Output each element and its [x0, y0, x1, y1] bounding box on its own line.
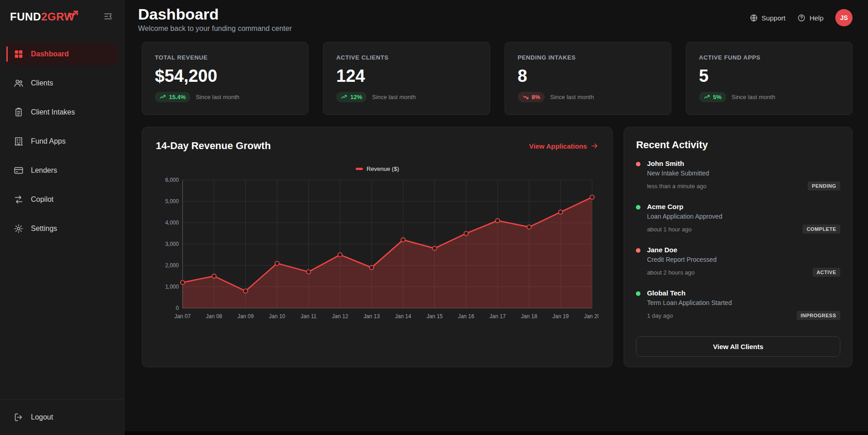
stat-label: TOTAL REVENUE — [155, 54, 295, 61]
activity-description: Credit Report Processed — [647, 256, 840, 263]
sidebar-item-label: Dashboard — [31, 50, 69, 58]
help-button[interactable]: Help — [797, 14, 823, 22]
stat-value: 5 — [699, 66, 839, 86]
stat-meta: 12% Since last month — [336, 92, 476, 102]
arrow-right-icon — [590, 142, 599, 150]
activity-name: Global Tech — [647, 289, 840, 297]
activity-name: John Smith — [647, 160, 840, 167]
y-tick-label: 4,000 — [165, 220, 179, 226]
page-heading-block: Dashboard Welcome back to your funding c… — [138, 5, 292, 33]
brand-name-primary: FUND — [10, 10, 41, 23]
stat-caption: Since last month — [732, 94, 775, 100]
x-tick-label: Jan 18 — [521, 313, 537, 320]
activity-time: 1 day ago — [647, 312, 673, 319]
activity-list: John Smith New Intake Submitted less tha… — [636, 153, 840, 332]
sidebar-item-settings[interactable]: Settings — [6, 217, 118, 240]
activity-item-acme-corp: Acme Corp Loan Application Approved abou… — [636, 196, 840, 239]
legend-swatch — [356, 168, 363, 170]
x-tick-label: Jan 14 — [395, 313, 412, 320]
data-point — [243, 289, 248, 293]
sidebar-item-label: Clients — [31, 79, 53, 87]
logout-icon — [14, 412, 24, 422]
activity-description: Loan Application Approved — [647, 213, 840, 220]
activity-status-dot — [636, 248, 640, 253]
sidebar-item-label: Fund Apps — [31, 137, 66, 145]
activity-description: Term Loan Application Started — [647, 299, 840, 306]
sidebar: FUND2GRW Dashboard Clients — [0, 0, 124, 435]
stat-label: ACTIVE CLIENTS — [336, 54, 476, 61]
sidebar-nav: Dashboard Clients Client Intakes Fund Ap… — [0, 34, 124, 399]
main-content: Dashboard Welcome back to your funding c… — [124, 0, 868, 435]
data-point — [527, 225, 531, 229]
activity-time-row: about 1 hour ago COMPLETE — [647, 225, 840, 234]
trend-change-value: 15.4% — [169, 94, 186, 100]
y-tick-label: 3,000 — [165, 241, 179, 247]
page-subtitle: Welcome back to your funding command cen… — [138, 25, 292, 33]
status-badge: COMPLETE — [803, 225, 840, 234]
data-point — [307, 270, 311, 274]
recent-activity-card: Recent Activity John Smith New Intake Su… — [624, 127, 853, 367]
sidebar-item-label: Copilot — [31, 195, 54, 204]
status-badge: ACTIVE — [813, 268, 840, 277]
revenue-chart-card: 14-Day Revenue Growth View Applications … — [142, 127, 613, 367]
logout-button[interactable]: Logout — [6, 406, 118, 429]
x-tick-label: Jan 15 — [427, 313, 443, 320]
stat-caption: Since last month — [196, 94, 239, 100]
trend-badge: 8% — [518, 92, 545, 102]
stat-value: 8 — [518, 66, 658, 86]
activity-time-row: about 2 hours ago ACTIVE — [647, 268, 840, 277]
y-tick-label: 1,000 — [165, 284, 179, 290]
sidebar-item-lenders[interactable]: Lenders — [6, 159, 118, 182]
client-intakes-icon — [14, 107, 24, 117]
logo-trend-icon — [65, 9, 81, 20]
view-applications-link[interactable]: View Applications — [529, 142, 599, 150]
stat-card-total-revenue: TOTAL REVENUE $54,200 15.4% Since last m… — [142, 42, 308, 115]
trend-badge: 5% — [699, 92, 726, 102]
logo-row: FUND2GRW — [0, 0, 124, 34]
data-point — [275, 261, 279, 265]
help-icon — [797, 14, 806, 22]
sidebar-footer: Logout — [0, 399, 124, 435]
sidebar-collapse-button[interactable] — [102, 11, 114, 23]
activity-time: about 2 hours ago — [647, 269, 694, 276]
dashboard-icon — [14, 49, 24, 59]
stat-meta: 15.4% Since last month — [155, 92, 295, 102]
stat-caption: Since last month — [550, 94, 594, 100]
page-header: Dashboard Welcome back to your funding c… — [124, 0, 868, 33]
activity-time-row: less than a minute ago PENDING — [647, 181, 840, 190]
globe-icon — [749, 14, 758, 22]
sidebar-item-fund-apps[interactable]: Fund Apps — [6, 130, 118, 153]
x-tick-label: Jan 10 — [269, 313, 285, 320]
x-tick-label: Jan 13 — [363, 313, 380, 320]
chart-title: 14-Day Revenue Growth — [156, 140, 271, 152]
sidebar-item-clients[interactable]: Clients — [6, 72, 118, 95]
data-point — [180, 280, 184, 285]
user-avatar[interactable]: JS — [835, 9, 853, 26]
chart-header: 14-Day Revenue Growth View Applications — [156, 140, 599, 152]
view-all-clients-button[interactable]: View All Clients — [636, 336, 840, 357]
sidebar-item-label: Client Intakes — [31, 108, 75, 116]
trend-change-value: 12% — [350, 94, 362, 100]
revenue-chart: 01,0002,0003,0004,0005,0006,000Jan 07Jan… — [156, 176, 599, 323]
sidebar-item-client-intakes[interactable]: Client Intakes — [6, 101, 118, 124]
clients-icon — [14, 78, 24, 88]
sidebar-item-dashboard[interactable]: Dashboard — [6, 43, 118, 65]
trend-badge: 15.4% — [155, 92, 190, 102]
sidebar-item-copilot[interactable]: Copilot — [6, 188, 118, 211]
copilot-icon — [14, 195, 24, 205]
app-root: FUND2GRW Dashboard Clients — [0, 0, 868, 435]
sidebar-item-label: Lenders — [31, 166, 57, 175]
stat-meta: 5% Since last month — [699, 92, 839, 102]
trend-up-icon — [704, 94, 710, 100]
x-tick-label: Jan 20 — [584, 313, 599, 320]
stat-label: ACTIVE FUND APPS — [699, 54, 839, 61]
settings-icon — [14, 224, 24, 234]
stat-label: PENDING INTAKES — [518, 54, 658, 61]
lenders-icon — [14, 165, 24, 175]
y-tick-label: 6,000 — [165, 177, 179, 183]
bottom-strip — [124, 431, 868, 435]
support-button[interactable]: Support — [749, 14, 786, 22]
data-point — [590, 195, 594, 199]
stat-card-active-clients: ACTIVE CLIENTS 124 12% Since last month — [323, 42, 490, 115]
stat-card-pending-intakes: PENDING INTAKES 8 8% Since last month — [505, 42, 671, 115]
